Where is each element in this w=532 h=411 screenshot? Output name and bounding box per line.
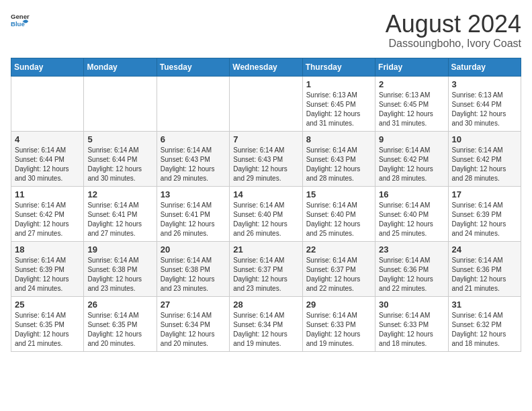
day-info: Sunrise: 6:13 AM Sunset: 6:44 PM Dayligh… [452,91,517,128]
svg-text:Blue: Blue [11,20,25,28]
calendar-cell: 18Sunrise: 6:14 AM Sunset: 6:39 PM Dayli… [11,241,84,296]
day-number: 7 [233,134,298,144]
day-number: 21 [233,244,298,255]
calendar-cell: 6Sunrise: 6:14 AM Sunset: 6:43 PM Daylig… [157,131,229,186]
day-number: 24 [452,244,517,255]
day-info: Sunrise: 6:14 AM Sunset: 6:38 PM Dayligh… [87,256,152,293]
calendar-cell [84,76,157,131]
day-number: 16 [379,189,444,199]
calendar-cell: 31Sunrise: 6:14 AM Sunset: 6:32 PM Dayli… [448,296,521,351]
day-number: 31 [452,300,517,310]
calendar-cell: 27Sunrise: 6:14 AM Sunset: 6:34 PM Dayli… [157,296,229,351]
weekday-header: Monday [84,58,157,76]
day-number: 8 [306,134,371,144]
logo: General Blue [11,11,30,30]
calendar-cell: 2Sunrise: 6:13 AM Sunset: 6:45 PM Daylig… [375,76,448,131]
calendar-cell: 21Sunrise: 6:14 AM Sunset: 6:37 PM Dayli… [230,241,302,296]
day-info: Sunrise: 6:14 AM Sunset: 6:42 PM Dayligh… [15,201,80,238]
calendar-cell: 12Sunrise: 6:14 AM Sunset: 6:41 PM Dayli… [84,186,157,241]
day-info: Sunrise: 6:14 AM Sunset: 6:43 PM Dayligh… [161,146,226,183]
calendar-week-row: 4Sunrise: 6:14 AM Sunset: 6:44 PM Daylig… [11,131,521,186]
day-number: 22 [306,244,371,255]
calendar-cell [11,76,84,131]
day-info: Sunrise: 6:14 AM Sunset: 6:41 PM Dayligh… [161,201,226,238]
day-info: Sunrise: 6:14 AM Sunset: 6:42 PM Dayligh… [379,146,444,183]
day-number: 4 [15,134,80,144]
day-info: Sunrise: 6:14 AM Sunset: 6:44 PM Dayligh… [15,146,80,183]
day-info: Sunrise: 6:14 AM Sunset: 6:33 PM Dayligh… [379,311,444,349]
calendar-cell: 7Sunrise: 6:14 AM Sunset: 6:43 PM Daylig… [230,131,302,186]
day-info: Sunrise: 6:14 AM Sunset: 6:36 PM Dayligh… [452,256,517,293]
calendar-cell: 22Sunrise: 6:14 AM Sunset: 6:37 PM Dayli… [302,241,375,296]
calendar-cell: 13Sunrise: 6:14 AM Sunset: 6:41 PM Dayli… [157,186,229,241]
day-info: Sunrise: 6:14 AM Sunset: 6:42 PM Dayligh… [452,146,517,183]
calendar-cell: 15Sunrise: 6:14 AM Sunset: 6:40 PM Dayli… [302,186,375,241]
calendar-table: SundayMondayTuesdayWednesdayThursdayFrid… [11,58,521,352]
calendar-week-row: 18Sunrise: 6:14 AM Sunset: 6:39 PM Dayli… [11,241,521,296]
month-title: August 2024 [386,11,521,38]
calendar-cell [230,76,302,131]
day-number: 10 [452,134,517,144]
day-info: Sunrise: 6:14 AM Sunset: 6:40 PM Dayligh… [306,201,371,238]
calendar-cell: 10Sunrise: 6:14 AM Sunset: 6:42 PM Dayli… [448,131,521,186]
svg-text:General: General [11,13,30,20]
day-info: Sunrise: 6:14 AM Sunset: 6:43 PM Dayligh… [306,146,371,183]
calendar-cell: 14Sunrise: 6:14 AM Sunset: 6:40 PM Dayli… [230,186,302,241]
calendar-cell: 4Sunrise: 6:14 AM Sunset: 6:44 PM Daylig… [11,131,84,186]
day-number: 1 [306,79,371,89]
calendar-cell: 23Sunrise: 6:14 AM Sunset: 6:36 PM Dayli… [375,241,448,296]
calendar-cell: 28Sunrise: 6:14 AM Sunset: 6:34 PM Dayli… [230,296,302,351]
weekday-header: Wednesday [230,58,302,76]
day-info: Sunrise: 6:14 AM Sunset: 6:40 PM Dayligh… [233,201,298,238]
day-info: Sunrise: 6:14 AM Sunset: 6:40 PM Dayligh… [379,201,444,238]
day-info: Sunrise: 6:14 AM Sunset: 6:37 PM Dayligh… [233,256,298,293]
day-info: Sunrise: 6:13 AM Sunset: 6:45 PM Dayligh… [306,91,371,128]
day-number: 27 [161,300,226,310]
day-number: 25 [15,300,80,310]
day-number: 26 [87,300,152,310]
day-number: 30 [379,300,444,310]
calendar-cell: 9Sunrise: 6:14 AM Sunset: 6:42 PM Daylig… [375,131,448,186]
day-info: Sunrise: 6:14 AM Sunset: 6:35 PM Dayligh… [15,311,80,349]
calendar-cell [157,76,229,131]
day-info: Sunrise: 6:14 AM Sunset: 6:33 PM Dayligh… [306,311,371,349]
calendar-cell: 17Sunrise: 6:14 AM Sunset: 6:39 PM Dayli… [448,186,521,241]
calendar-cell: 29Sunrise: 6:14 AM Sunset: 6:33 PM Dayli… [302,296,375,351]
day-info: Sunrise: 6:14 AM Sunset: 6:32 PM Dayligh… [452,311,517,349]
calendar-cell: 1Sunrise: 6:13 AM Sunset: 6:45 PM Daylig… [302,76,375,131]
weekday-header: Saturday [448,58,521,76]
day-number: 12 [87,189,152,199]
day-info: Sunrise: 6:14 AM Sunset: 6:37 PM Dayligh… [306,256,371,293]
header: General Blue August 2024 Dassoungboho, I… [11,11,521,50]
day-number: 20 [161,244,226,255]
logo-icon: General Blue [11,11,30,30]
location-title: Dassoungboho, Ivory Coast [386,38,521,50]
day-number: 18 [15,244,80,255]
calendar-cell: 16Sunrise: 6:14 AM Sunset: 6:40 PM Dayli… [375,186,448,241]
weekday-header: Sunday [11,58,84,76]
day-info: Sunrise: 6:14 AM Sunset: 6:38 PM Dayligh… [161,256,226,293]
calendar-cell: 25Sunrise: 6:14 AM Sunset: 6:35 PM Dayli… [11,296,84,351]
day-number: 28 [233,300,298,310]
calendar-header: SundayMondayTuesdayWednesdayThursdayFrid… [11,58,521,76]
day-number: 13 [161,189,226,199]
weekday-header: Thursday [302,58,375,76]
day-info: Sunrise: 6:14 AM Sunset: 6:39 PM Dayligh… [15,256,80,293]
weekday-header: Friday [375,58,448,76]
calendar-cell: 11Sunrise: 6:14 AM Sunset: 6:42 PM Dayli… [11,186,84,241]
day-number: 3 [452,79,517,89]
day-number: 17 [452,189,517,199]
day-number: 11 [15,189,80,199]
day-number: 5 [87,134,152,144]
day-info: Sunrise: 6:14 AM Sunset: 6:36 PM Dayligh… [379,256,444,293]
day-number: 19 [87,244,152,255]
calendar-week-row: 25Sunrise: 6:14 AM Sunset: 6:35 PM Dayli… [11,296,521,351]
day-info: Sunrise: 6:14 AM Sunset: 6:41 PM Dayligh… [87,201,152,238]
calendar-cell: 8Sunrise: 6:14 AM Sunset: 6:43 PM Daylig… [302,131,375,186]
day-number: 23 [379,244,444,255]
day-info: Sunrise: 6:14 AM Sunset: 6:44 PM Dayligh… [87,146,152,183]
calendar-cell: 26Sunrise: 6:14 AM Sunset: 6:35 PM Dayli… [84,296,157,351]
day-info: Sunrise: 6:14 AM Sunset: 6:35 PM Dayligh… [87,311,152,349]
day-number: 15 [306,189,371,199]
calendar-week-row: 11Sunrise: 6:14 AM Sunset: 6:42 PM Dayli… [11,186,521,241]
